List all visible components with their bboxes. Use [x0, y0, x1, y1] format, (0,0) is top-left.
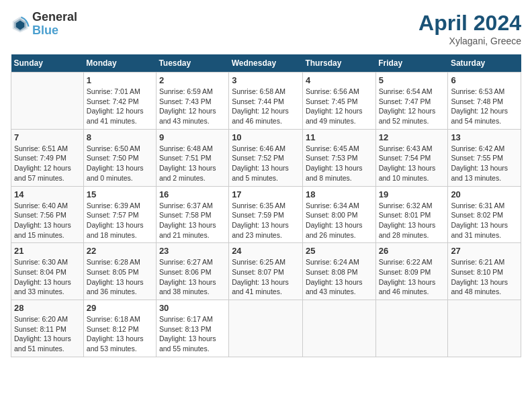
day-info: Sunrise: 6:40 AMSunset: 7:56 PMDaylight:… [14, 201, 81, 240]
day-number: 20 [451, 189, 518, 199]
day-info: Sunrise: 6:45 AMSunset: 7:53 PMDaylight:… [306, 144, 373, 183]
calendar-cell: 21Sunrise: 6:30 AMSunset: 8:04 PMDayligh… [11, 243, 84, 300]
calendar-cell: 20Sunrise: 6:31 AMSunset: 8:02 PMDayligh… [448, 186, 521, 243]
day-number: 27 [451, 246, 518, 256]
day-info: Sunrise: 7:01 AMSunset: 7:42 PMDaylight:… [87, 87, 153, 126]
day-info: Sunrise: 6:39 AMSunset: 7:57 PMDaylight:… [87, 201, 153, 240]
calendar-cell: 29Sunrise: 6:18 AMSunset: 8:12 PMDayligh… [83, 300, 156, 357]
day-number: 5 [379, 75, 445, 85]
weekday-header-cell: Saturday [448, 54, 521, 73]
day-number: 25 [306, 246, 373, 256]
calendar-cell [229, 300, 303, 357]
calendar-cell: 10Sunrise: 6:46 AMSunset: 7:52 PMDayligh… [229, 129, 303, 186]
day-info: Sunrise: 6:46 AMSunset: 7:52 PMDaylight:… [232, 144, 300, 183]
weekday-header-row: SundayMondayTuesdayWednesdayThursdayFrid… [11, 54, 521, 73]
day-number: 17 [232, 189, 300, 199]
day-info: Sunrise: 6:56 AMSunset: 7:45 PMDaylight:… [306, 87, 373, 126]
day-info: Sunrise: 6:37 AMSunset: 7:58 PMDaylight:… [159, 201, 226, 240]
day-number: 24 [232, 246, 300, 256]
day-number: 22 [87, 246, 153, 256]
calendar-cell: 15Sunrise: 6:39 AMSunset: 7:57 PMDayligh… [83, 186, 156, 243]
logo-text: General Blue [32, 11, 77, 38]
day-info: Sunrise: 6:31 AMSunset: 8:02 PMDaylight:… [451, 201, 518, 240]
calendar-cell: 26Sunrise: 6:22 AMSunset: 8:09 PMDayligh… [375, 243, 448, 300]
day-info: Sunrise: 6:51 AMSunset: 7:49 PMDaylight:… [14, 144, 81, 183]
calendar-week-row: 21Sunrise: 6:30 AMSunset: 8:04 PMDayligh… [11, 243, 521, 300]
day-number: 9 [159, 132, 226, 142]
day-number: 21 [14, 246, 81, 256]
weekday-header-cell: Wednesday [229, 54, 303, 73]
day-number: 29 [87, 303, 153, 313]
calendar-cell: 5Sunrise: 6:54 AMSunset: 7:47 PMDaylight… [375, 73, 448, 130]
day-info: Sunrise: 6:48 AMSunset: 7:51 PMDaylight:… [159, 144, 226, 183]
calendar-cell: 16Sunrise: 6:37 AMSunset: 7:58 PMDayligh… [156, 186, 228, 243]
day-info: Sunrise: 6:35 AMSunset: 7:59 PMDaylight:… [232, 201, 300, 240]
calendar-cell: 14Sunrise: 6:40 AMSunset: 7:56 PMDayligh… [11, 186, 84, 243]
day-info: Sunrise: 6:27 AMSunset: 8:06 PMDaylight:… [159, 257, 226, 297]
day-number: 8 [87, 132, 153, 142]
day-number: 18 [306, 189, 373, 199]
day-info: Sunrise: 6:34 AMSunset: 8:00 PMDaylight:… [306, 201, 373, 240]
calendar-cell [302, 300, 375, 357]
day-info: Sunrise: 6:17 AMSunset: 8:13 PMDaylight:… [159, 314, 226, 354]
day-info: Sunrise: 6:42 AMSunset: 7:55 PMDaylight:… [451, 144, 518, 183]
calendar-week-row: 7Sunrise: 6:51 AMSunset: 7:49 PMDaylight… [11, 129, 521, 186]
calendar-cell: 8Sunrise: 6:50 AMSunset: 7:50 PMDaylight… [83, 129, 156, 186]
calendar-week-row: 14Sunrise: 6:40 AMSunset: 7:56 PMDayligh… [11, 186, 521, 243]
calendar-cell: 25Sunrise: 6:24 AMSunset: 8:08 PMDayligh… [302, 243, 375, 300]
calendar-cell: 2Sunrise: 6:59 AMSunset: 7:43 PMDaylight… [156, 73, 228, 130]
calendar-table: SundayMondayTuesdayWednesdayThursdayFrid… [11, 54, 521, 357]
calendar-cell: 6Sunrise: 6:53 AMSunset: 7:48 PMDaylight… [448, 73, 521, 130]
calendar-week-row: 28Sunrise: 6:20 AMSunset: 8:11 PMDayligh… [11, 300, 521, 357]
day-number: 23 [159, 246, 226, 256]
day-number: 26 [379, 246, 445, 256]
day-info: Sunrise: 6:25 AMSunset: 8:07 PMDaylight:… [232, 257, 300, 297]
day-info: Sunrise: 6:21 AMSunset: 8:10 PMDaylight:… [451, 257, 518, 297]
calendar-week-row: 1Sunrise: 7:01 AMSunset: 7:42 PMDaylight… [11, 73, 521, 130]
weekday-header-cell: Sunday [11, 54, 84, 73]
calendar-cell: 9Sunrise: 6:48 AMSunset: 7:51 PMDaylight… [156, 129, 228, 186]
day-number: 11 [306, 132, 373, 142]
day-number: 6 [451, 75, 518, 85]
day-info: Sunrise: 6:50 AMSunset: 7:50 PMDaylight:… [87, 144, 153, 183]
day-info: Sunrise: 6:22 AMSunset: 8:09 PMDaylight:… [379, 257, 445, 297]
day-number: 14 [14, 189, 81, 199]
calendar-cell: 18Sunrise: 6:34 AMSunset: 8:00 PMDayligh… [302, 186, 375, 243]
logo-icon [11, 15, 30, 34]
day-info: Sunrise: 6:58 AMSunset: 7:44 PMDaylight:… [232, 87, 300, 126]
day-info: Sunrise: 6:28 AMSunset: 8:05 PMDaylight:… [87, 257, 153, 297]
day-number: 10 [232, 132, 300, 142]
calendar-cell: 23Sunrise: 6:27 AMSunset: 8:06 PMDayligh… [156, 243, 228, 300]
day-info: Sunrise: 6:30 AMSunset: 8:04 PMDaylight:… [14, 257, 81, 297]
page-header: General Blue April 2024 Xylagani, Greece [11, 11, 521, 46]
weekday-header-cell: Monday [83, 54, 156, 73]
day-number: 3 [232, 75, 300, 85]
calendar-cell [375, 300, 448, 357]
calendar-cell: 4Sunrise: 6:56 AMSunset: 7:45 PMDaylight… [302, 73, 375, 130]
calendar-body: 1Sunrise: 7:01 AMSunset: 7:42 PMDaylight… [11, 73, 521, 357]
month-title: April 2024 [418, 11, 521, 36]
calendar-cell: 30Sunrise: 6:17 AMSunset: 8:13 PMDayligh… [156, 300, 228, 357]
day-info: Sunrise: 6:18 AMSunset: 8:12 PMDaylight:… [87, 314, 153, 354]
calendar-cell: 17Sunrise: 6:35 AMSunset: 7:59 PMDayligh… [229, 186, 303, 243]
calendar-cell: 24Sunrise: 6:25 AMSunset: 8:07 PMDayligh… [229, 243, 303, 300]
calendar-cell: 13Sunrise: 6:42 AMSunset: 7:55 PMDayligh… [448, 129, 521, 186]
weekday-header-cell: Friday [375, 54, 448, 73]
calendar-cell: 22Sunrise: 6:28 AMSunset: 8:05 PMDayligh… [83, 243, 156, 300]
day-info: Sunrise: 6:20 AMSunset: 8:11 PMDaylight:… [14, 314, 81, 354]
calendar-cell: 11Sunrise: 6:45 AMSunset: 7:53 PMDayligh… [302, 129, 375, 186]
day-number: 19 [379, 189, 445, 199]
day-number: 2 [159, 75, 226, 85]
title-block: April 2024 Xylagani, Greece [418, 11, 521, 46]
weekday-header-cell: Thursday [302, 54, 375, 73]
day-info: Sunrise: 6:24 AMSunset: 8:08 PMDaylight:… [306, 257, 373, 297]
day-number: 1 [87, 75, 153, 85]
day-info: Sunrise: 6:32 AMSunset: 8:01 PMDaylight:… [379, 201, 445, 240]
calendar-cell [448, 300, 521, 357]
day-number: 12 [379, 132, 445, 142]
day-number: 30 [159, 303, 226, 313]
day-number: 13 [451, 132, 518, 142]
day-info: Sunrise: 6:53 AMSunset: 7:48 PMDaylight:… [451, 87, 518, 126]
day-number: 16 [159, 189, 226, 199]
day-info: Sunrise: 6:54 AMSunset: 7:47 PMDaylight:… [379, 87, 445, 126]
